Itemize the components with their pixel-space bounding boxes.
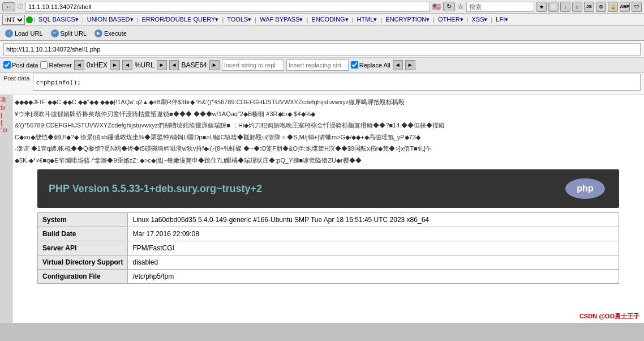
star-icon[interactable]: ★: [536, 2, 547, 12]
table-cell-label: Configuration File: [38, 270, 128, 284]
replace-all-left-arrow[interactable]: ◄: [393, 60, 403, 70]
info-icon: ⓘ: [18, 3, 23, 11]
table-cell-value: Mar 17 2016 22:09:08: [128, 227, 619, 241]
separator-1: |: [34, 16, 36, 23]
sidebar-mark-1: 攻: [0, 95, 12, 104]
nav-encryption[interactable]: ENCRYPTION▾: [384, 16, 431, 23]
table-cell-label: System: [38, 213, 128, 227]
base64-left-arrow[interactable]: ◄: [169, 60, 179, 70]
execute-icon: ▶: [95, 29, 102, 37]
garbled-line-5: -泼谊 ◆1壹q繷.帐梳◆◆Q藜馆?觅N鸥◆铧◆t5磺碗墙鳕嗞溃w狄v捋f◆心{…: [15, 144, 642, 154]
url-right-arrow[interactable]: ►: [157, 60, 167, 70]
garbled-line-3: &'()*56789:CDEFGHIJSTUVWXYZcdefghijstuvw…: [15, 121, 642, 130]
bookmark-icon: ☆: [457, 2, 464, 11]
left-sidebar: 攻 br { { "er: [0, 95, 12, 323]
garbled-line-6: ◆5K-◆*≠€■q◆E笮编咀场骇-^拿滁◆9歪婿zZ:.◆>c◆侃|~餐嫩漫獒…: [15, 156, 642, 165]
int-select[interactable]: INT: [2, 15, 25, 25]
js-icon[interactable]: JS: [584, 2, 594, 12]
nav-union-based[interactable]: UNION BASED▾: [85, 16, 135, 23]
search-bar[interactable]: [466, 2, 534, 12]
nav-waf-bypass[interactable]: WAF BYPASS▾: [258, 16, 304, 23]
download-icon[interactable]: ↓: [560, 2, 570, 12]
replace-all-right-arrow[interactable]: ►: [405, 60, 415, 70]
back-button[interactable]: ←: [2, 2, 15, 11]
shield-icon[interactable]: 🛡: [632, 2, 642, 12]
url-field[interactable]: [3, 43, 641, 56]
toolbar: ↑ Load URL ✂ Split URL ▶ Execute: [0, 26, 644, 41]
nav-html[interactable]: HTML▾: [355, 16, 379, 23]
table-cell-value: FPM/FastCGI: [128, 241, 619, 255]
sidebar-mark-3: {: [0, 112, 12, 119]
window-icon[interactable]: ⬜: [548, 2, 559, 12]
nav-lfi[interactable]: LFI▾: [494, 16, 510, 23]
php-banner: PHP Version 5.5.33-1+deb.sury.org~trusty…: [37, 169, 619, 208]
gear-icon[interactable]: ⚙: [596, 2, 606, 12]
lock-icon[interactable]: 🔒: [608, 2, 618, 12]
insert-replacing-input[interactable]: [286, 59, 349, 71]
nav-xss[interactable]: XSS▾: [470, 16, 489, 23]
garbled-line-2: ¥ウ米|溺吹斗腹郁娟牌侨擤矣哉仲刃凿忏浸骑枯鹭蜑遨锁■◆◆◆ ◆◆◆w!1AQa…: [15, 109, 642, 119]
post-data-checkbox[interactable]: [3, 61, 11, 69]
table-cell-label: Virtual Directory Support: [38, 255, 128, 270]
post-data-checkbox-label[interactable]: Post data: [3, 61, 38, 69]
post-data-field[interactable]: [33, 74, 641, 91]
garbled-line-1: ◆◆◆◆JFIF`◆◆C ◆◆C ◆◆"◆◆ ◆◆◆}!1AQa"q2▲◆#B刷…: [15, 97, 642, 107]
url-label: %URL: [135, 61, 154, 69]
base64-label: BASE64: [181, 61, 207, 69]
table-row: System Linux 1a60dbd06d35 5.4.0-149-gene…: [38, 213, 619, 227]
load-url-button[interactable]: ↑ Load URL: [3, 29, 45, 38]
content-area: 攻 br { { "er ◆◆◆◆JFIF`◆◆C ◆◆C ◆◆"◆◆ ◆◆◆}…: [0, 95, 644, 323]
table-cell-value: disabled: [128, 255, 619, 270]
table-cell-value: Linux 1a60dbd06d35 5.4.0-149-generic #16…: [128, 213, 619, 227]
green-indicator: [26, 16, 33, 23]
base64-right-arrow[interactable]: ►: [209, 60, 220, 70]
php-version: PHP Version 5.5.33-1+deb.sury.org~trusty…: [49, 183, 262, 195]
replace-all-checkbox[interactable]: [351, 61, 358, 69]
execute-button[interactable]: ▶ Execute: [93, 29, 128, 38]
watermark: CSDN @OO勇士王子: [579, 312, 639, 321]
load-url-icon: ↑: [5, 29, 13, 37]
nav-tools[interactable]: TOOLS▾: [225, 16, 253, 23]
browser-bar: ← ⓘ 🇺🇸 ↻ ☆ ★ ⬜ ↓ ⌂ JS ⚙ 🔒 ABP 🛡: [0, 0, 644, 14]
table-cell-label: Build Date: [38, 227, 128, 241]
php-info-table: System Linux 1a60dbd06d35 5.4.0-149-gene…: [37, 212, 619, 284]
main-content[interactable]: ◆◆◆◆JFIF`◆◆C ◆◆C ◆◆"◆◆ ◆◆◆}!1AQa"q2▲◆#B刷…: [12, 95, 644, 323]
flag-icon: 🇺🇸: [432, 3, 441, 11]
insert-string-input[interactable]: [222, 59, 284, 71]
garbled-line-4: C◆xu◆艘恺◆刺U!◆?◆ 徐景(僖xb骊眦哝煤坐%◆票鐾忡)铺饲U疆Dp■>…: [15, 133, 642, 142]
referrer-checkbox[interactable]: [40, 61, 48, 69]
referrer-checkbox-label[interactable]: Referrer: [40, 61, 71, 69]
post-data-label: Post data: [3, 74, 29, 82]
table-row: Virtual Directory Support disabled: [38, 255, 619, 270]
hex-left-arrow[interactable]: ◄: [74, 60, 84, 70]
nav-other[interactable]: OTHER▾: [436, 16, 465, 23]
post-data-area: Post data: [0, 73, 644, 95]
nav-encoding[interactable]: ENCODING▾: [310, 16, 350, 23]
sidebar-mark-4: {: [0, 119, 12, 126]
home-icon[interactable]: ⌂: [572, 2, 582, 12]
sidebar-mark-5: "er: [0, 126, 12, 134]
table-row: Configuration File /etc/php5/fpm: [38, 270, 619, 284]
nav-bar: INT | SQL BASICS▾ | UNION BASED▾ | ERROR…: [0, 14, 644, 26]
nav-error-double[interactable]: ERROR/DOUBLE QUERY▾: [140, 16, 220, 23]
hex-right-arrow[interactable]: ►: [110, 60, 120, 70]
sidebar-mark-2: br: [0, 104, 12, 112]
reload-button[interactable]: ↻: [443, 2, 455, 11]
php-logo: php: [563, 176, 608, 201]
table-cell-label: Server API: [38, 241, 128, 255]
main-toolbar: Post data Referrer ◄ 0xHEX ► ◄ %URL ► ◄ …: [0, 58, 644, 73]
url-left-arrow[interactable]: ◄: [122, 60, 132, 70]
adblock-icon[interactable]: ABP: [620, 2, 630, 12]
hex-label: 0xHEX: [87, 61, 108, 69]
split-url-button[interactable]: ✂ Split URL: [49, 29, 88, 38]
table-row: Server API FPM/FastCGI: [38, 241, 619, 255]
replace-all-label[interactable]: Replace All: [351, 61, 390, 69]
url-area: [0, 41, 644, 58]
table-cell-value: /etc/php5/fpm: [128, 270, 619, 284]
address-bar[interactable]: [25, 2, 430, 12]
split-url-icon: ✂: [51, 29, 59, 37]
svg-text:php: php: [577, 184, 594, 193]
nav-sql-basics[interactable]: SQL BASICS▾: [37, 16, 80, 23]
browser-icons: ★ ⬜ ↓ ⌂ JS ⚙ 🔒 ABP 🛡: [536, 2, 642, 12]
table-row: Build Date Mar 17 2016 22:09:08: [38, 227, 619, 241]
